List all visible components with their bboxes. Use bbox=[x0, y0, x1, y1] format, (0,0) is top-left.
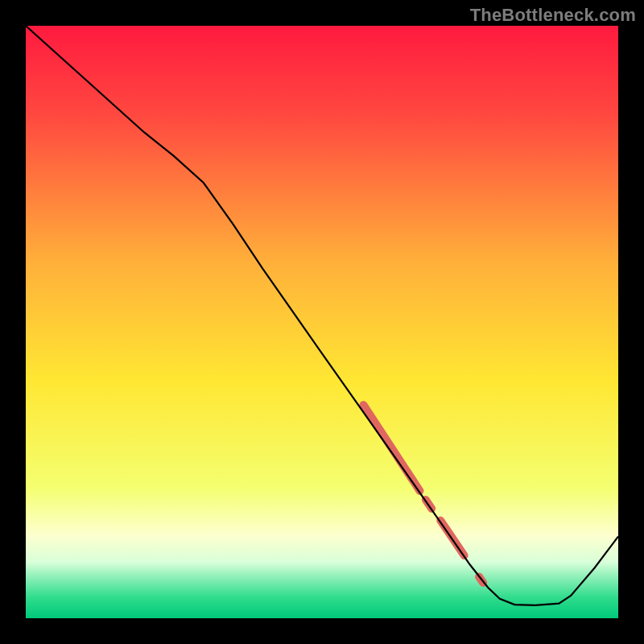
chart-frame: TheBottleneck.com bbox=[0, 0, 644, 644]
watermark-label: TheBottleneck.com bbox=[470, 5, 636, 26]
chart-plot-area bbox=[26, 26, 618, 618]
gradient-background bbox=[26, 26, 618, 618]
chart-svg bbox=[26, 26, 618, 618]
